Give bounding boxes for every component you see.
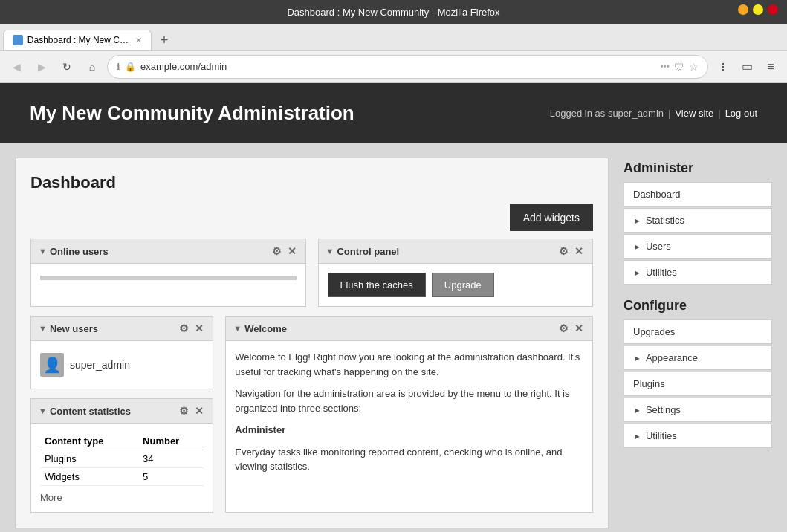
new-users-close-icon[interactable]: ✕ [193, 321, 205, 336]
address-bar: ℹ 🔒 ••• 🛡 ☆ [107, 55, 708, 79]
stat-type: Plugins [40, 450, 138, 468]
administer-items: Dashboard►Statistics►Users►Utilities [624, 182, 772, 285]
control-panel-arrow-icon: ▼ [326, 247, 334, 256]
sidebar-button[interactable]: ▭ [736, 56, 757, 77]
browser-toolbar: ◀ ▶ ↻ ⌂ ℹ 🔒 ••• 🛡 ☆ ⫶ ▭ ≡ [0, 51, 787, 83]
left-column: ▼ New users ⚙ ✕ 👤 super [30, 316, 213, 513]
tab-favicon [13, 35, 23, 45]
content-statistics-close-icon[interactable]: ✕ [193, 403, 205, 418]
control-panel-title: Control panel [337, 246, 399, 257]
tab-close-icon[interactable]: ✕ [135, 36, 142, 45]
sidebar-item-users[interactable]: ►Users [624, 234, 772, 259]
bookmarks-button[interactable]: ⫶ [713, 56, 733, 77]
address-input[interactable] [140, 61, 655, 72]
stat-number: 5 [138, 468, 204, 486]
control-panel-settings-icon[interactable]: ⚙ [557, 244, 570, 259]
welcome-body: Welcome to Elgg! Right now you are looki… [226, 341, 592, 490]
bookmark-icon[interactable]: 🛡 [674, 61, 684, 73]
welcome-header: ▼ Welcome ⚙ ✕ [226, 317, 592, 341]
maximize-btn[interactable] [753, 4, 763, 15]
browser-titlebar: Dashboard : My New Community - Mozilla F… [0, 0, 787, 24]
control-panel-controls: ⚙ ✕ [557, 244, 585, 259]
main-content: Dashboard Add widgets ▼ Online users ⚙ ✕ [15, 158, 609, 528]
sidebar-item-dashboard[interactable]: Dashboard [624, 182, 772, 207]
sidebar-item-label: Statistics [646, 215, 684, 226]
stat-type: Widgets [40, 468, 138, 486]
sidebar-config-item-label: Upgrades [633, 326, 675, 337]
refresh-button[interactable]: ↻ [56, 56, 77, 77]
menu-button[interactable]: ≡ [760, 56, 781, 77]
flush-caches-button[interactable]: Flush the caches [328, 273, 426, 297]
lock-icon: 🔒 [125, 62, 136, 72]
star-bookmark-icon[interactable]: ☆ [689, 61, 699, 73]
welcome-close-icon[interactable]: ✕ [573, 321, 585, 336]
log-out-link[interactable]: Log out [725, 108, 757, 119]
online-users-title-area: ▼ Online users [39, 246, 109, 257]
new-tab-button[interactable]: + [155, 30, 174, 50]
sidebar-item-label: Users [646, 241, 671, 252]
sidebar-item-statistics[interactable]: ►Statistics [624, 208, 772, 233]
active-tab[interactable]: Dashboard : My New Co... ✕ [3, 30, 152, 50]
widget-row-1: ▼ Online users ⚙ ✕ ▼ Contro [30, 239, 593, 307]
sidebar-config-item-label: Settings [646, 404, 681, 415]
sidebar-arrow-icon: ► [633, 268, 641, 277]
add-widgets-button[interactable]: Add widgets [510, 204, 593, 231]
sidebar-config-arrow-icon: ► [633, 354, 641, 363]
new-users-arrow-icon: ▼ [39, 324, 47, 333]
browser-title: Dashboard : My New Community - Mozilla F… [287, 7, 499, 18]
sidebar-config-item-appearance[interactable]: ►Appearance [624, 346, 772, 370]
sidebar-config-item-utilities[interactable]: ►Utilities [624, 424, 772, 448]
online-users-controls: ⚙ ✕ [271, 244, 298, 259]
content-statistics-title-area: ▼ Content statistics [39, 406, 131, 417]
new-users-settings-icon[interactable]: ⚙ [178, 321, 190, 336]
content-statistics-widget: ▼ Content statistics ⚙ ✕ Content t [30, 398, 213, 513]
page-body: Dashboard Add widgets ▼ Online users ⚙ ✕ [0, 143, 787, 532]
minimize-btn[interactable] [738, 4, 748, 15]
sidebar-config-arrow-icon: ► [633, 432, 641, 441]
control-panel-close-icon[interactable]: ✕ [573, 244, 585, 259]
sidebar-config-item-label: Appearance [646, 352, 698, 363]
table-row: Plugins34 [40, 450, 204, 468]
new-users-title-area: ▼ New users [39, 323, 98, 334]
sidebar-item-utilities[interactable]: ►Utilities [624, 260, 772, 285]
sidebar-config-item-label: Utilities [646, 430, 677, 441]
ssl-icon: ℹ [117, 62, 120, 72]
control-panel-body: Flush the caches Upgrade [319, 264, 593, 306]
content-statistics-settings-icon[interactable]: ⚙ [178, 403, 190, 418]
address-more-icon[interactable]: ••• [660, 62, 670, 72]
forward-button[interactable]: ▶ [31, 56, 52, 77]
content-statistics-arrow-icon: ▼ [39, 406, 47, 415]
close-btn[interactable] [768, 4, 778, 15]
user-name[interactable]: super_admin [70, 359, 130, 371]
online-users-arrow-icon: ▼ [39, 247, 47, 256]
home-button[interactable]: ⌂ [82, 56, 103, 77]
online-users-settings-icon[interactable]: ⚙ [271, 244, 283, 259]
control-panel-widget: ▼ Control panel ⚙ ✕ Flush the caches Upg… [318, 239, 594, 307]
configure-items: Upgrades►AppearancePlugins►Settings►Util… [624, 319, 772, 448]
content-statistics-table: Content type Number Plugins34Widgets5 [40, 432, 204, 486]
sidebar-config-item-plugins[interactable]: Plugins [624, 372, 772, 396]
browser-toolbar-right: ⫶ ▭ ≡ [713, 56, 781, 77]
online-users-close-icon[interactable]: ✕ [286, 244, 298, 259]
more-link[interactable]: More [40, 492, 204, 503]
upgrade-button[interactable]: Upgrade [432, 273, 494, 297]
online-users-header: ▼ Online users ⚙ ✕ [31, 239, 305, 264]
welcome-title: Welcome [244, 323, 287, 334]
sidebar-arrow-icon: ► [633, 216, 641, 225]
sidebar-config-item-settings[interactable]: ►Settings [624, 398, 772, 422]
sidebar: Administer Dashboard►Statistics►Users►Ut… [624, 158, 772, 528]
new-users-widget: ▼ New users ⚙ ✕ 👤 super [30, 316, 213, 389]
col-type-header: Content type [40, 432, 138, 450]
sidebar-config-item-upgrades[interactable]: Upgrades [624, 319, 772, 344]
site-header: My New Community Administration Logged i… [0, 83, 787, 143]
configure-section-title: Configure [624, 298, 772, 314]
new-users-header: ▼ New users ⚙ ✕ [31, 317, 213, 341]
content-statistics-header: ▼ Content statistics ⚙ ✕ [31, 399, 213, 424]
widget-row-2: ▼ New users ⚙ ✕ 👤 super [30, 316, 593, 513]
back-button[interactable]: ◀ [6, 56, 27, 77]
new-users-controls: ⚙ ✕ [178, 321, 205, 336]
control-panel-buttons: Flush the caches Upgrade [328, 273, 584, 297]
view-site-link[interactable]: View site [675, 108, 713, 119]
content-statistics-controls: ⚙ ✕ [178, 403, 205, 418]
welcome-settings-icon[interactable]: ⚙ [557, 321, 570, 336]
